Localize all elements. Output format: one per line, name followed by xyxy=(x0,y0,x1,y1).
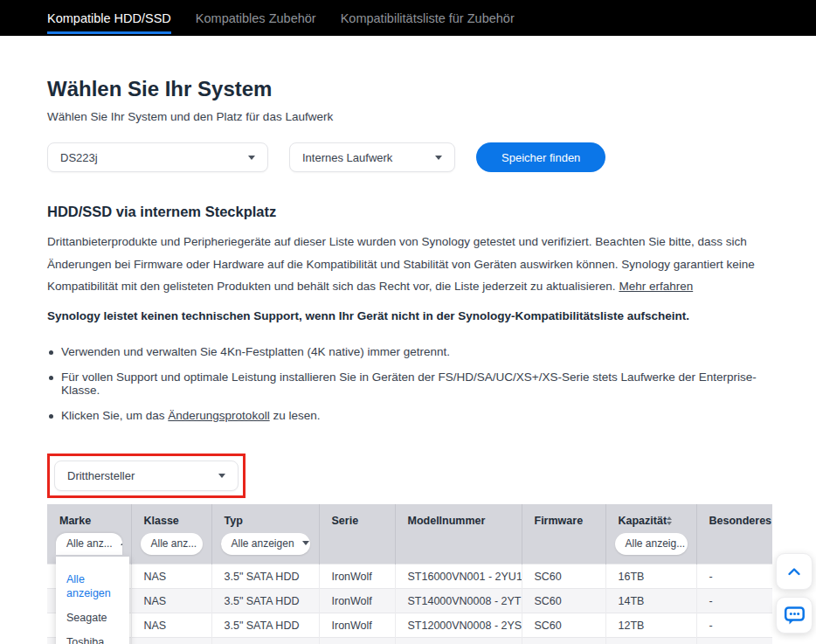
chevron-up-icon xyxy=(785,562,804,581)
menu-item-toshiba[interactable]: Toshiba xyxy=(56,630,129,644)
marke-filter-dropdown[interactable]: Alle anz... xyxy=(56,533,122,555)
list-item: Für vollen Support und optimale Leistung… xyxy=(47,370,769,397)
list-item: Klicken Sie, um das Änderungsprotokoll z… xyxy=(47,409,769,422)
model-select-value: DS223j xyxy=(60,151,98,164)
chevron-down-icon xyxy=(435,156,442,160)
vendor-select[interactable]: Dritthersteller xyxy=(54,460,239,491)
bullet3-text: Klicken Sie, um das xyxy=(61,409,168,422)
section-heading: HDD/SSD via internem Steckplatz xyxy=(47,204,769,220)
main-content: Wählen Sie Ihr System Wählen Sie Ihr Sys… xyxy=(0,76,816,644)
column-header-kapazitaet: Kapazität xyxy=(605,504,696,529)
column-header-firmware: Firmware xyxy=(522,504,605,529)
filter-value: Alle anz... xyxy=(66,537,113,550)
table-row: NAS 3.5" SATA HDD IronWolf ST14000VN0008… xyxy=(47,588,772,613)
top-navigation: Kompatible HDD/SSD Kompatibles Zubehör K… xyxy=(0,0,816,36)
learn-more-link[interactable]: Mehr erfahren xyxy=(619,280,693,293)
bullet3-text: zu lesen. xyxy=(270,409,321,422)
table-header: Marke Klasse Typ Serie Modellnummer Firm… xyxy=(47,504,772,564)
column-header-besonderes-merkmal: Besonderes M xyxy=(696,504,772,529)
sort-desc-icon xyxy=(667,522,672,525)
table-body: NAS 3.5" SATA HDD IronWolf ST16000VN001 … xyxy=(47,564,772,644)
highlight-box: Dritthersteller xyxy=(47,454,245,498)
column-header-label: Kapazität xyxy=(619,515,667,527)
find-storage-button[interactable]: Speicher finden xyxy=(476,142,605,172)
column-header-modellnummer: Modellnummer xyxy=(395,504,522,529)
column-header-serie: Serie xyxy=(319,504,395,529)
menu-item-seagate[interactable]: Seagate xyxy=(56,606,129,630)
filter-value: Alle anzeigen xyxy=(232,537,294,550)
table-row: NAS 3.5" SATA HDD IronWolf ST16000VN001 … xyxy=(47,564,772,588)
chat-feedback-button[interactable] xyxy=(776,597,813,634)
marke-filter-menu: Alle anzeigen Seagate Toshiba Western Di… xyxy=(56,557,129,644)
slot-select-value: Internes Laufwerk xyxy=(302,151,392,164)
page-subtitle: Wählen Sie Ihr System und den Platz für … xyxy=(47,110,769,123)
sort-asc-icon xyxy=(667,516,672,520)
compatibility-table: Marke Klasse Typ Serie Modellnummer Firm… xyxy=(47,504,772,644)
chat-bubble-icon xyxy=(783,604,806,627)
sort-icon[interactable] xyxy=(667,516,672,525)
filter-value: Alle anz... xyxy=(151,537,197,550)
kapazitaet-filter-dropdown[interactable]: Alle anzeig... xyxy=(615,533,688,555)
slot-select[interactable]: Internes Laufwerk xyxy=(289,142,455,172)
vendor-select-value: Dritthersteller xyxy=(67,469,135,482)
filter-value: Alle anzeig... xyxy=(626,537,686,550)
column-header-typ: Typ xyxy=(211,504,319,529)
tab-kompatibles-zubehoer[interactable]: Kompatibles Zubehör xyxy=(196,0,316,36)
column-header-klasse: Klasse xyxy=(131,504,211,529)
menu-item-alle-anzeigen[interactable]: Alle anzeigen xyxy=(56,567,129,606)
page-title: Wählen Sie Ihr System xyxy=(47,76,769,102)
section-description: Drittanbieterprodukte und Peripheriegerä… xyxy=(47,231,769,298)
scroll-to-top-button[interactable] xyxy=(776,553,813,590)
typ-filter-dropdown[interactable]: Alle anzeigen xyxy=(221,533,310,555)
table-row: NAS 3.5" SATA HDD IronWolf ST12000VN0008… xyxy=(47,613,772,637)
notes-list: Verwenden und verwalten Sie 4Kn-Festplat… xyxy=(47,345,769,422)
klasse-filter-dropdown[interactable]: Alle anz... xyxy=(141,533,203,555)
chevron-down-icon xyxy=(218,474,225,478)
chevron-down-icon xyxy=(302,541,309,545)
tab-kompatible-hdd-ssd[interactable]: Kompatible HDD/SSD xyxy=(47,0,171,36)
tab-kompatibilitaetsliste[interactable]: Kompatibilitätsliste für Zubehör xyxy=(341,0,515,36)
list-item: Verwenden und verwalten Sie 4Kn-Festplat… xyxy=(47,345,769,358)
support-note: Synology leistet keinen technischen Supp… xyxy=(47,309,769,322)
chevron-up-icon xyxy=(121,541,122,545)
table-row: NAS 3.5" SATA HDD IronWolf ST10000VN000 … xyxy=(47,637,772,644)
column-header-marke: Marke xyxy=(47,504,131,529)
model-select[interactable]: DS223j xyxy=(47,142,268,172)
chevron-down-icon xyxy=(248,156,255,160)
changelog-link[interactable]: Änderungsprotokoll xyxy=(168,409,269,422)
system-picker-row: DS223j Internes Laufwerk Speicher finden xyxy=(47,142,769,172)
